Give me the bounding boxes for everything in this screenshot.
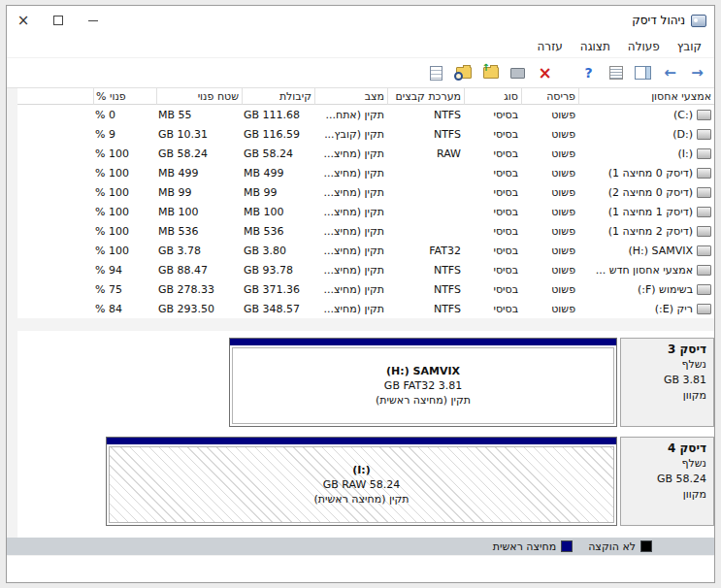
table-row[interactable]: (דיסק 2 מחיצה 1) פשוט בסיסי תקין (מחיצ..… [17,221,714,241]
volume-name-cell: ריק (E:) [578,299,714,318]
menu-help[interactable]: עזרה [529,37,572,56]
partition-title: (I:) [352,463,371,477]
type-cell: בסיסי [464,241,521,260]
column-header-freespace[interactable]: שטח פנוי [156,88,242,105]
layout-cell: פשוט [521,124,578,144]
horizontal-scrollbar[interactable] [17,318,714,331]
partition-info: (I:) 58.24 GB RAW תקין (מחיצה ראשית) [109,446,614,523]
open-button[interactable] [479,62,502,84]
volume-list-header: אמצעי אחסון פריסה סוג מערכת קבצים מצב קי… [17,88,714,105]
volume-name-cell: (C:) [578,105,714,124]
table-row[interactable]: (H:) SAMVIX פשוט בסיסי FAT32 תקין (מחיצ.… [17,241,714,260]
filler-cell [17,260,93,279]
table-row[interactable]: (C:) פשוט בסיסי NTFS תקין (אתח... 111.68… [17,105,714,124]
table-row[interactable]: אמצעי אחסון חדש ... פשוט בסיסי NTFS תקין… [17,260,714,279]
close-button[interactable]: × [16,14,30,27]
freespace-cell: 55 MB [156,105,242,124]
capacity-cell: 93.78 GB [242,260,314,279]
disk-3-label-panel[interactable]: דיסק 3 נשלף 3.81 GB מקוון [620,338,714,427]
explore-folder-icon [456,67,472,79]
menu-bar: קובץ פעולה תצוגה עזרה [7,35,714,58]
console-tree-icon [635,66,651,80]
volume-name-cell: (H:) SAMVIX [578,241,714,260]
freepct-cell: 100 % [93,221,156,241]
show-console-tree-button[interactable] [632,62,654,84]
freespace-cell: 536 MB [156,221,242,241]
type-cell: בסיסי [464,299,521,318]
freespace-cell: 3.78 GB [156,241,242,260]
filler-cell [17,202,93,221]
disk-3-row: דיסק 3 נשלף 3.81 GB מקוון (H:) SAMVIX 3.… [7,338,714,427]
menu-file[interactable]: קובץ [669,37,710,56]
explore-button[interactable] [452,62,475,84]
disk-4-label-panel[interactable]: דיסק 4 נשלף 58.24 GB מקוון [620,437,714,526]
column-header-capacity[interactable]: קיבולת [242,88,314,105]
volume-name-cell: (דיסק 2 מחיצה 1) [578,221,714,241]
filesystem-cell [387,202,464,221]
column-header-freepct[interactable]: % פנוי [93,88,156,105]
column-header-type[interactable]: סוג [464,88,521,105]
disk-status: מקוון [628,388,706,404]
delete-volume-button[interactable]: × [534,62,556,84]
disk-size: 3.81 GB [628,373,706,388]
disk-size: 58.24 GB [628,472,706,487]
volume-name-cell: (D:) [578,124,714,144]
disk-4-partition-block[interactable]: (I:) 58.24 GB RAW תקין (מחיצה ראשית) [106,437,617,526]
column-header-filesystem[interactable]: מערכת קבצים [387,88,464,105]
title-bar: ניהול דיסק × [7,6,714,35]
properties-button[interactable] [425,62,447,84]
toolbar: → ← ? × [7,58,714,88]
column-header-volume[interactable]: אמצעי אחסון [578,88,714,105]
vertical-scrollbar[interactable] [7,88,17,331]
freepct-cell: 100 % [93,182,156,202]
capacity-cell: 499 MB [242,163,314,182]
freespace-cell: 10.31 GB [156,124,242,144]
forward-button[interactable]: ← [659,62,681,84]
capacity-cell: 100 MB [242,202,314,221]
minimize-button[interactable] [86,14,100,27]
type-cell: בסיסי [464,163,521,182]
status-cell: תקין (קובץ... [314,124,387,144]
volume-list-pane: אמצעי אחסון פריסה סוג מערכת קבצים מצב קי… [7,88,714,331]
filler-cell [17,144,93,163]
table-row[interactable]: ריק (E:) פשוט בסיסי NTFS תקין (מחיצ... 3… [17,299,714,318]
volume-name: (דיסק 1 מחיצה 1) [608,206,693,218]
primary-partition-strip [107,438,616,444]
column-header-status[interactable]: מצב [314,88,387,105]
table-row[interactable]: בשימוש (F:) פשוט בסיסי NTFS תקין (מחיצ..… [17,279,714,299]
back-arrow-icon: → [691,66,704,81]
format-icon [510,68,525,79]
type-cell: בסיסי [464,144,521,163]
help-button[interactable]: ? [577,62,600,84]
volume-name: ריק (E:) [655,303,693,315]
export-list-button[interactable] [605,62,627,84]
help-icon: ? [584,66,592,80]
status-cell: תקין (מחיצ... [314,241,387,260]
freepct-cell: 100 % [93,202,156,221]
disk-3-partition-block[interactable]: (H:) SAMVIX 3.81 GB FAT32 תקין (מחיצה רא… [229,338,617,427]
format-button[interactable] [507,62,529,84]
title-group: ניהול דיסק [632,14,706,27]
partition-body: (I:) 58.24 GB RAW תקין (מחיצה ראשית) [107,444,616,525]
table-row[interactable]: (I:) פשוט בסיסי RAW תקין (מחיצ... 58.24 … [17,144,714,163]
table-row[interactable]: (D:) פשוט בסיסי NTFS תקין (קובץ... 116.5… [17,124,714,144]
filesystem-cell: NTFS [387,105,464,124]
minimize-icon [88,20,98,21]
menu-view[interactable]: תצוגה [572,37,619,56]
layout-cell: פשוט [521,202,578,221]
table-row[interactable]: (דיסק 0 מחיצה 2) פשוט בסיסי תקין (מחיצ..… [17,182,714,202]
column-header-layout[interactable]: פריסה [521,88,578,105]
restore-button[interactable] [51,14,65,27]
filesystem-cell: NTFS [387,124,464,144]
forward-arrow-icon: ← [664,66,676,81]
layout-cell: פשוט [521,299,578,318]
capacity-cell: 3.80 GB [242,241,314,260]
layout-cell: פשוט [521,241,578,260]
menu-action[interactable]: פעולה [619,37,669,56]
back-button[interactable]: → [686,62,708,84]
primary-partition-swatch-icon [561,540,573,552]
graph-vertical-scrollbar[interactable] [7,331,17,538]
table-row[interactable]: (דיסק 1 מחיצה 1) פשוט בסיסי תקין (מחיצ..… [17,202,714,221]
filesystem-cell: NTFS [387,299,464,318]
table-row[interactable]: (דיסק 0 מחיצה 1) פשוט בסיסי תקין (מחיצ..… [17,163,714,182]
